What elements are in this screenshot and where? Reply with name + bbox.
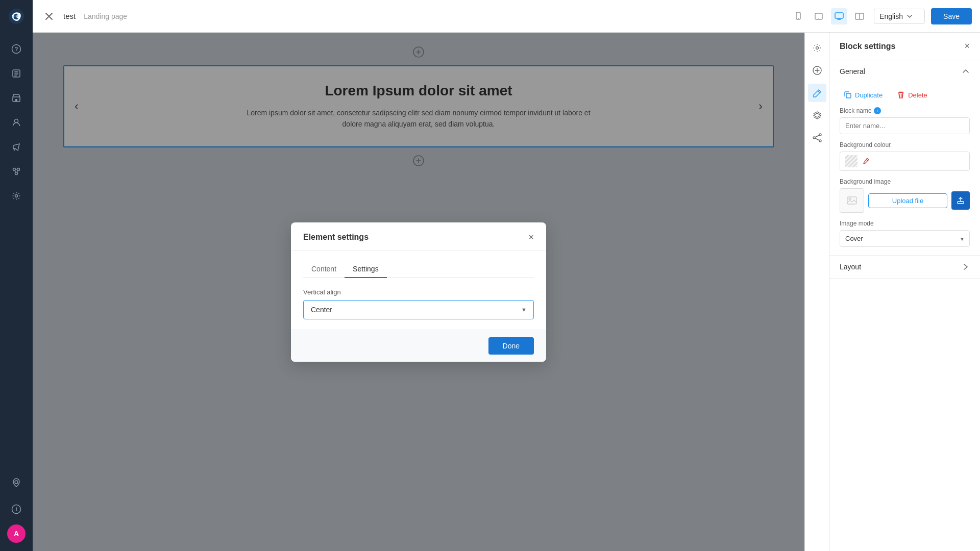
svg-point-14 <box>15 172 18 175</box>
sidebar-item-store[interactable] <box>5 87 28 109</box>
toolbar-settings-icon[interactable] <box>808 39 826 57</box>
sidebar-item-campaigns[interactable] <box>5 136 28 158</box>
sidebar-item-contacts[interactable] <box>5 111 28 134</box>
desktop-device-icon[interactable] <box>831 8 847 24</box>
store-icon <box>11 93 21 103</box>
vertical-align-label: Vertical align <box>303 288 534 296</box>
bg-image-preview <box>840 188 864 213</box>
block-settings-panel: Block settings × General <box>829 33 980 551</box>
general-section: General Duplicate <box>829 60 980 256</box>
settings-icon <box>11 191 21 201</box>
info-icon: i <box>11 504 21 514</box>
chevron-down-icon <box>907 15 912 18</box>
color-swatch-inner <box>845 155 857 167</box>
element-settings-modal: Element settings × Content Settings <box>291 222 546 362</box>
svg-point-15 <box>15 195 18 197</box>
modal-close-button[interactable]: × <box>528 233 534 242</box>
svg-rect-8 <box>14 76 17 77</box>
image-mode-select[interactable]: Cover Contain Repeat No repeat <box>840 230 970 247</box>
main-area: test Landing page <box>33 0 980 551</box>
image-placeholder-icon <box>847 196 857 205</box>
bg-image-label: Background image <box>840 178 970 185</box>
svg-rect-36 <box>958 202 964 204</box>
modal-overlay: Element settings × Content Settings <box>33 33 804 551</box>
svg-rect-6 <box>14 71 18 72</box>
device-icons <box>790 8 868 24</box>
toolbar-layers-icon[interactable] <box>808 106 826 124</box>
delete-icon <box>897 91 905 99</box>
sidebar-item-location[interactable] <box>5 471 28 494</box>
layout-section-header[interactable]: Layout <box>829 256 980 278</box>
close-icon <box>45 12 53 20</box>
logo-icon <box>8 8 24 24</box>
svg-rect-10 <box>15 99 17 102</box>
modal-tab-bar: Content Settings <box>303 261 534 278</box>
topbar: test Landing page <box>33 0 980 33</box>
sidebar: ? <box>0 0 33 551</box>
eyedropper-icon <box>862 157 870 165</box>
app-logo[interactable] <box>0 0 33 33</box>
language-selector[interactable]: English <box>874 9 925 24</box>
integrations-icon <box>11 166 21 177</box>
general-section-body: Block name i Background colour <box>829 107 980 255</box>
save-button[interactable]: Save <box>931 8 972 24</box>
modal-footer: Done <box>291 330 546 362</box>
bg-color-picker[interactable] <box>840 152 970 171</box>
avatar[interactable]: A <box>7 524 26 543</box>
close-button[interactable] <box>41 8 57 24</box>
campaigns-icon <box>11 142 21 152</box>
mobile-device-icon[interactable] <box>790 8 806 24</box>
sidebar-item-info[interactable]: i <box>5 498 28 520</box>
svg-rect-33 <box>846 93 851 98</box>
action-row: Duplicate Delete <box>829 83 980 107</box>
split-screen-icon[interactable] <box>851 8 868 24</box>
duplicate-button[interactable]: Duplicate <box>840 89 887 101</box>
right-toolbar <box>804 33 829 551</box>
vertical-align-select[interactable]: Center Top Bottom <box>303 300 534 319</box>
panel-close-button[interactable]: × <box>964 41 970 52</box>
canvas-main: ‹ Lorem Ipsum dolor sit amet Lorem ipsum… <box>33 33 804 551</box>
toolbar-add-icon[interactable] <box>808 61 826 80</box>
svg-rect-23 <box>835 13 843 18</box>
modal-body: Content Settings Vertical align Center T… <box>291 251 546 330</box>
page-subtitle: Landing page <box>84 12 127 20</box>
sidebar-item-pages[interactable] <box>5 62 28 85</box>
tab-settings[interactable]: Settings <box>345 261 387 278</box>
general-section-header[interactable]: General <box>829 60 980 83</box>
delete-button[interactable]: Delete <box>893 89 932 101</box>
image-mode-label: Image mode <box>840 220 970 227</box>
sidebar-nav: ? <box>5 33 28 466</box>
help-circle-icon: ? <box>11 44 21 54</box>
page-title: test <box>63 12 76 20</box>
svg-point-30 <box>819 134 821 136</box>
block-name-input[interactable] <box>840 117 970 134</box>
svg-point-28 <box>816 47 818 49</box>
sidebar-item-settings[interactable] <box>5 185 28 207</box>
svg-rect-2 <box>14 15 18 17</box>
done-button[interactable]: Done <box>488 337 534 355</box>
sidebar-item-integrations[interactable] <box>5 160 28 183</box>
contacts-icon <box>11 117 21 128</box>
tablet-device-icon[interactable] <box>811 8 827 24</box>
svg-point-11 <box>15 119 18 123</box>
bg-color-label: Background colour <box>840 141 970 148</box>
toolbar-share-icon[interactable] <box>808 129 826 147</box>
location-icon <box>11 478 21 488</box>
panel-header: Block settings × <box>829 33 980 60</box>
duplicate-icon <box>844 91 852 99</box>
upload-icon <box>957 196 965 205</box>
svg-text:i: i <box>15 506 17 512</box>
layout-section-title: Layout <box>840 263 861 271</box>
chevron-up-icon <box>962 67 970 76</box>
pages-icon <box>11 68 21 79</box>
color-swatch <box>845 155 857 167</box>
chevron-right-icon <box>962 263 970 271</box>
upload-file-button[interactable]: Upload file <box>868 193 947 208</box>
upload-icon-button[interactable] <box>951 191 970 210</box>
toolbar-edit-icon[interactable] <box>808 84 826 102</box>
svg-point-16 <box>15 481 18 484</box>
svg-rect-7 <box>14 73 18 74</box>
tab-content[interactable]: Content <box>303 261 345 278</box>
sidebar-item-help[interactable]: ? <box>5 38 28 60</box>
image-mode-select-wrapper: Cover Contain Repeat No repeat <box>840 230 970 247</box>
